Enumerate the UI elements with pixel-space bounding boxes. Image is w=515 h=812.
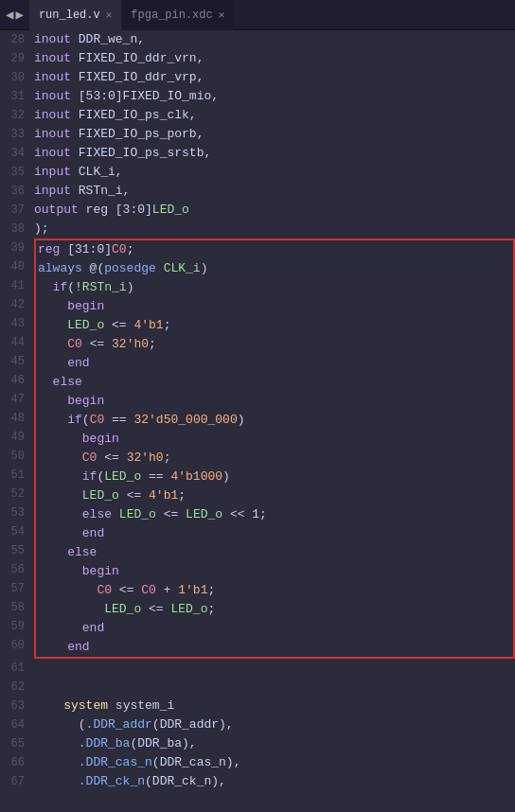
code-editor: 28 inout DDR_we_n, 29 inout FIXED_IO_ddr… (0, 30, 515, 791)
code-line-63: 63 system system_i (0, 697, 515, 715)
hl-line-58: LED_o <= LED_o; (36, 600, 513, 619)
hl-line-49: begin (36, 430, 513, 449)
hl-line-50: C0 <= 32'h0; (36, 449, 513, 468)
hl-line-57: C0 <= C0 + 1'b1; (36, 581, 513, 600)
code-line-32: 32 inout FIXED_IO_ps_clk, (0, 106, 515, 125)
code-line-64: 64 (.DDR_addr(DDR_addr), (0, 715, 515, 734)
hl-line-46: else (36, 373, 513, 392)
hl-line-59: end (36, 619, 513, 638)
hl-line-56: begin (36, 562, 513, 581)
code-line-67: 67 .DDR_ck_n(DDR_ck_n), (0, 772, 515, 791)
hl-line-48: if(C0 == 32'd50_000_000) (36, 411, 513, 430)
arrow-left-icon[interactable]: ◀ (6, 7, 13, 23)
code-line-66: 66 .DDR_cas_n(DDR_cas_n), (0, 753, 515, 772)
code-line-36: 36 input RSTn_i, (0, 182, 515, 201)
hl-line-41: if(!RSTn_i) (36, 278, 513, 297)
tab-bar: ◀ ▶ run_led.v ✕ fpga_pin.xdc ✕ (0, 0, 515, 30)
hl-line-47: begin (36, 392, 513, 411)
hl-line-52: LED_o <= 4'b1; (36, 486, 513, 505)
tab-run-led-label: run_led.v (39, 9, 100, 22)
hl-line-40: always @(posedge CLK_i) (36, 259, 513, 278)
hl-line-39: reg [31:0]C0; (36, 240, 513, 259)
hl-line-60: end (36, 638, 513, 657)
hl-line-45: end (36, 354, 513, 373)
hl-line-54: end (36, 524, 513, 543)
red-border-block: reg [31:0]C0; always @(posedge CLK_i) if… (34, 238, 515, 659)
code-line-35: 35 input CLK_i, (0, 163, 515, 182)
code-line-33: 33 inout FIXED_IO_ps_porb, (0, 125, 515, 144)
code-line-29: 29 inout FIXED_IO_ddr_vrn, (0, 49, 515, 68)
arrow-right-icon[interactable]: ▶ (15, 7, 23, 23)
code-line-34: 34 inout FIXED_IO_ps_srstb, (0, 144, 515, 163)
hl-line-42: begin (36, 297, 513, 316)
code-line-62: 62 (0, 678, 515, 697)
code-line-31: 31 inout [53:0]FIXED_IO_mio, (0, 87, 515, 106)
tab-navigation-arrows[interactable]: ◀ ▶ (0, 7, 29, 23)
tab-fpga-pin-label: fpga_pin.xdc (131, 9, 212, 22)
code-line-30: 30 inout FIXED_IO_ddr_vrp, (0, 68, 515, 87)
tab-fpga-pin[interactable]: fpga_pin.xdc ✕ (121, 0, 234, 30)
code-line-38: 38 ); (0, 220, 515, 238)
hl-line-44: C0 <= 32'h0; (36, 335, 513, 354)
tab-fpga-pin-close[interactable]: ✕ (219, 9, 225, 21)
hl-line-55: else (36, 543, 513, 562)
tab-run-led-close[interactable]: ✕ (106, 9, 113, 21)
hl-line-53: else LED_o <= LED_o << 1; (36, 505, 513, 524)
code-line-28: 28 inout DDR_we_n, (0, 30, 515, 49)
code-line-65: 65 .DDR_ba(DDR_ba), (0, 734, 515, 753)
code-line-61: 61 (0, 659, 515, 678)
tab-run-led[interactable]: run_led.v ✕ (29, 0, 121, 30)
hl-line-51: if(LED_o == 4'b1000) (36, 468, 513, 486)
highlighted-region: 39 40 41 42 43 44 45 46 47 48 49 50 51 5… (0, 238, 515, 659)
code-line-37: 37 output reg [3:0]LED_o (0, 201, 515, 220)
hl-line-43: LED_o <= 4'b1; (36, 316, 513, 335)
highlighted-line-numbers: 39 40 41 42 43 44 45 46 47 48 49 50 51 5… (0, 238, 34, 659)
